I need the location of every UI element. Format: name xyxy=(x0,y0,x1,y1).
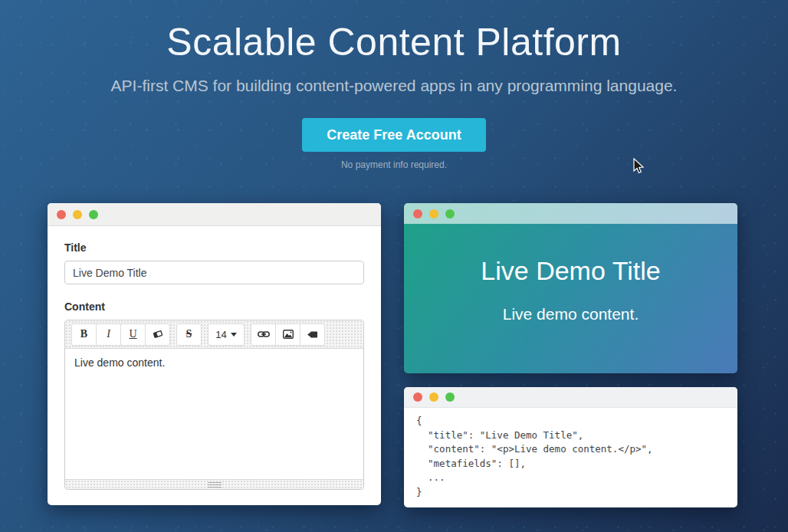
strikethrough-button[interactable]: S xyxy=(176,323,202,346)
insert-image-button[interactable] xyxy=(275,323,300,346)
preview-title: Live Demo Title xyxy=(404,256,737,286)
minimize-traffic-light-icon xyxy=(73,210,82,219)
page-subtitle: API-first CMS for building content-power… xyxy=(0,77,788,95)
preview-text: Live demo content. xyxy=(404,305,737,323)
code-line: "content": "<p>Live demo content.</p>", xyxy=(416,442,725,457)
resize-handle[interactable] xyxy=(208,482,222,488)
link-icon xyxy=(258,330,270,338)
editor-window: Title Content B I U xyxy=(48,203,381,505)
content-field-label: Content xyxy=(64,300,364,313)
zoom-traffic-light-icon xyxy=(89,210,98,219)
editor-window-titlebar xyxy=(48,203,381,226)
json-window-titlebar xyxy=(404,387,737,408)
italic-button[interactable]: I xyxy=(96,323,121,346)
json-code-block: { "title": "Live Demo Title", "content":… xyxy=(404,408,737,499)
underline-button[interactable]: U xyxy=(120,323,146,346)
clear-formatting-button[interactable] xyxy=(145,323,170,346)
minimize-traffic-light-icon xyxy=(429,209,438,218)
close-traffic-light-icon xyxy=(413,209,422,218)
code-line: "title": "Live Demo Title", xyxy=(416,429,725,443)
preview-window: Live Demo Title Live demo content. xyxy=(404,203,737,373)
code-line: "metafields": [], xyxy=(416,457,725,471)
preview-content: Live Demo Title Live demo content. xyxy=(404,256,737,323)
rich-text-editor: B I U S xyxy=(64,320,364,490)
insert-link-button[interactable] xyxy=(251,323,276,346)
editor-toolbar: B I U S xyxy=(65,320,363,349)
zoom-traffic-light-icon xyxy=(445,209,455,218)
font-size-value: 14 xyxy=(215,329,226,340)
image-icon xyxy=(283,330,294,339)
preview-window-titlebar xyxy=(404,203,737,224)
eraser-icon xyxy=(153,330,163,339)
video-icon xyxy=(307,330,318,339)
chevron-down-icon xyxy=(231,333,237,337)
page-title: Scalable Content Platform xyxy=(0,20,788,64)
title-input[interactable] xyxy=(64,261,364,284)
close-traffic-light-icon xyxy=(413,392,422,402)
create-free-account-button[interactable]: Create Free Account xyxy=(302,118,485,152)
code-line: ... xyxy=(416,471,725,485)
code-line: { xyxy=(416,414,725,429)
editor-content-area[interactable]: Live demo content. xyxy=(65,349,363,479)
hero-section: Scalable Content Platform API-first CMS … xyxy=(0,0,788,170)
close-traffic-light-icon xyxy=(57,210,66,219)
no-payment-note: No payment info required. xyxy=(0,159,788,170)
bold-button[interactable]: B xyxy=(71,323,97,346)
title-field-label: Title xyxy=(64,241,364,254)
editor-statusbar xyxy=(65,479,363,489)
code-line: } xyxy=(416,485,725,500)
minimize-traffic-light-icon xyxy=(429,392,438,402)
zoom-traffic-light-icon xyxy=(445,392,455,402)
font-size-dropdown[interactable]: 14 xyxy=(208,323,245,346)
insert-video-button[interactable] xyxy=(300,323,325,346)
json-output-window: { "title": "Live Demo Title", "content":… xyxy=(404,387,737,507)
